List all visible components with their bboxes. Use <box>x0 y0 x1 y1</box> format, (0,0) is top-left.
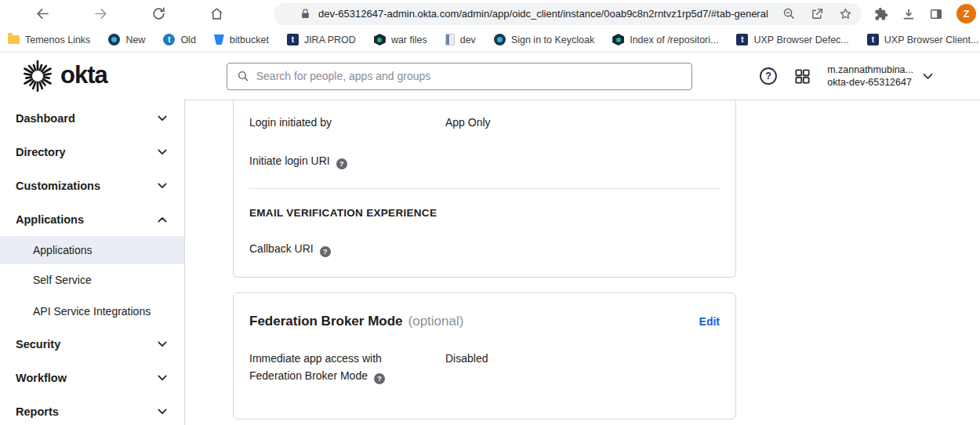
edit-button[interactable]: Edit <box>699 315 720 328</box>
sidebar-item-label: Dashboard <box>16 112 75 125</box>
field-row-login-initiated-by: Login initiated by App Only <box>249 100 720 131</box>
chevron-down-icon <box>158 409 167 415</box>
field-label: Initiate login URI? <box>249 152 445 169</box>
section-divider <box>249 188 720 189</box>
bookmark-label: Index of /repositori... <box>630 35 718 45</box>
bookmark-index-of-repositori[interactable]: Index of /repositori... <box>612 34 718 45</box>
download-icon[interactable] <box>902 7 916 21</box>
extensions-icon[interactable] <box>874 7 888 21</box>
sidebar-item-label: Directory <box>16 146 66 158</box>
sidebar-item-workflow[interactable]: Workflow <box>0 361 184 394</box>
account-menu[interactable]: m.zannathmubina... okta-dev-65312647 <box>827 64 933 89</box>
sidebar-item-applications[interactable]: Applications <box>0 202 184 236</box>
bookmark-label: Temenos Links <box>25 35 90 45</box>
bookmark-label: Old <box>180 35 195 45</box>
sidebar-item-dashboard[interactable]: Dashboard <box>0 101 184 135</box>
sidebar-item-directory[interactable]: Directory <box>0 135 184 169</box>
search-input[interactable] <box>256 70 682 82</box>
sidebar-item-label: Workflow <box>16 372 67 384</box>
okta-sunburst-icon <box>22 60 53 92</box>
home-icon <box>209 6 224 21</box>
side-panel-icon[interactable] <box>929 7 943 21</box>
sidebar-item-label: Customizations <box>16 180 100 192</box>
bookmarks-bar: Temenos LinksNewtOldbitbuckettJIRA PRODw… <box>0 27 980 53</box>
card-title-optional: (optional) <box>408 314 464 329</box>
field-row-initiate-login-uri: Initiate login URI? <box>249 152 720 169</box>
bookmark-uxp-browser-client[interactable]: tUXP Browser Client... <box>867 34 979 45</box>
sidebar-item-api-service-integrations-sub[interactable]: API Service Integrations <box>0 296 184 327</box>
forward-button[interactable] <box>92 5 109 23</box>
bookmark-old[interactable]: tOld <box>163 34 195 45</box>
info-icon[interactable]: ? <box>320 246 331 257</box>
browser-profile-avatar[interactable]: Z <box>956 4 976 24</box>
square-t-icon: t <box>287 34 299 45</box>
bookmark-label: war files <box>391 35 427 45</box>
bookmark-star-icon[interactable] <box>839 7 852 20</box>
info-icon[interactable]: ? <box>336 158 347 169</box>
sidebar-item-label: Reports <box>16 405 59 418</box>
sidebar-item-label: Applications <box>16 213 84 226</box>
bookmark-label: bitbucket <box>230 35 269 45</box>
circle-dark-icon <box>108 34 120 45</box>
address-bar[interactable]: dev-65312647-admin.okta.com/admin/app/oi… <box>274 3 862 25</box>
circle-dark-icon <box>494 34 506 45</box>
account-name: m.zannathmubina... <box>827 64 913 76</box>
field-label: Callback URI? <box>249 240 445 257</box>
folder-icon <box>8 35 20 44</box>
app-switcher-button[interactable] <box>793 67 811 85</box>
sidebar-item-label: Security <box>16 338 60 351</box>
reload-button[interactable] <box>150 5 167 23</box>
circle-t-icon: t <box>163 34 175 45</box>
help-icon: ? <box>759 67 778 85</box>
back-button[interactable] <box>34 5 51 23</box>
bookmark-uxp-browser-defec[interactable]: tUXP Browser Defec... <box>736 34 848 45</box>
bookmark-new[interactable]: New <box>108 34 145 45</box>
bookmark-war-files[interactable]: war files <box>374 34 427 45</box>
home-button[interactable] <box>208 5 225 23</box>
bookmark-bitbucket[interactable]: bitbucket <box>214 35 269 45</box>
url-text: dev-65312647-admin.okta.com/admin/app/oi… <box>318 8 775 20</box>
field-value: Disabled <box>445 350 488 384</box>
bookmark-dev[interactable]: dev <box>445 34 476 45</box>
bookmark-label: dev <box>460 35 476 45</box>
chevron-down-icon <box>158 149 167 155</box>
chevron-down-icon <box>158 341 167 347</box>
bookmark-jira-prod[interactable]: tJIRA PROD <box>287 34 356 45</box>
bookmark-label: Sign in to Keycloak <box>511 35 594 45</box>
okta-wordmark: okta <box>60 63 107 90</box>
card-title: Federation Broker Mode <box>249 314 403 329</box>
field-value: App Only <box>445 114 491 131</box>
svg-text:?: ? <box>765 71 771 82</box>
sidebar-item-customizations[interactable]: Customizations <box>0 169 184 202</box>
back-icon <box>35 6 50 21</box>
forward-icon <box>93 6 108 21</box>
bookmark-sign-in-to-keycloak[interactable]: Sign in to Keycloak <box>494 34 594 45</box>
info-icon[interactable]: ? <box>374 373 385 384</box>
lock-icon <box>300 8 310 20</box>
sidebar-item-applications-sub[interactable]: Applications <box>0 236 184 264</box>
bookmark-label: UXP Browser Defec... <box>753 35 848 45</box>
bookmark-label: New <box>125 35 145 45</box>
sidebar-item-label: API Service Integrations <box>33 305 151 318</box>
global-search[interactable] <box>227 63 692 90</box>
field-label: Immediate app access with Federation Bro… <box>249 350 445 384</box>
chevron-up-icon <box>158 216 167 223</box>
sidebar-item-reports[interactable]: Reports <box>0 394 184 425</box>
field-row-federation-broker: Immediate app access with Federation Bro… <box>249 350 720 384</box>
sidebar-item-self-service-sub[interactable]: Self Service <box>0 264 184 296</box>
okta-header: okta ? m.zannathmubina... okta-dev-65312… <box>0 53 980 100</box>
chevron-down-icon <box>158 183 167 189</box>
bookmark-temenos-links[interactable]: Temenos Links <box>8 35 90 45</box>
bookmark-label: JIRA PROD <box>304 35 356 45</box>
chevron-down-icon <box>158 375 167 381</box>
account-org: okta-dev-65312647 <box>827 76 913 89</box>
zoom-icon[interactable] <box>782 7 796 20</box>
okta-logo[interactable]: okta <box>22 60 107 92</box>
grid-icon <box>793 67 811 85</box>
share-icon[interactable] <box>811 7 824 20</box>
bucket-icon <box>214 35 224 45</box>
sidebar-item-security[interactable]: Security <box>0 327 184 361</box>
help-button[interactable]: ? <box>759 67 778 85</box>
browser-toolbar: dev-65312647-admin.okta.com/admin/app/oi… <box>0 0 980 27</box>
sidebar-nav: DashboardDirectoryCustomizationsApplicat… <box>0 100 185 425</box>
